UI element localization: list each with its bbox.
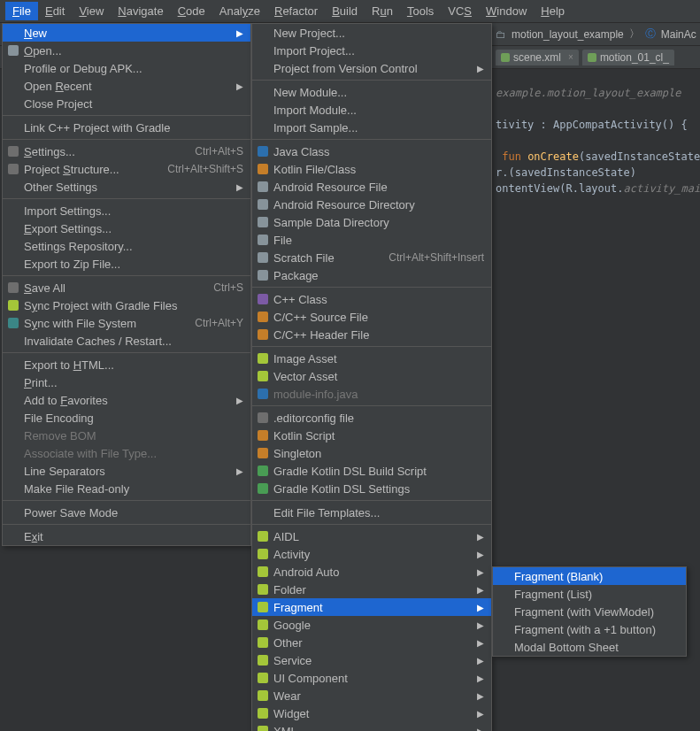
new-android-auto[interactable]: Android Auto▶ bbox=[252, 563, 491, 581]
new-file[interactable]: File bbox=[252, 231, 491, 249]
folder-icon bbox=[256, 233, 270, 247]
menu-tools[interactable]: Tools bbox=[400, 2, 441, 20]
new-google[interactable]: Google▶ bbox=[252, 616, 491, 634]
menu-vcs[interactable]: VCS bbox=[441, 2, 479, 20]
fragment-fragment-with-viewmodel[interactable]: Fragment (with ViewModel) bbox=[493, 603, 686, 620]
new-image-asset[interactable]: Image Asset bbox=[252, 350, 491, 367]
new-singleton[interactable]: Singleton bbox=[252, 444, 491, 462]
new-new-module[interactable]: New Module... bbox=[252, 83, 491, 101]
file-export-to-html[interactable]: Export to HTML... bbox=[3, 356, 250, 373]
menu-navigate[interactable]: Navigate bbox=[111, 2, 170, 20]
new-editorconfig-file[interactable]: .editorconfig file bbox=[252, 409, 491, 427]
new-package[interactable]: Package bbox=[252, 266, 491, 284]
file-close-project[interactable]: Close Project bbox=[3, 95, 250, 112]
new-new-project[interactable]: New Project... bbox=[252, 24, 491, 42]
file-print[interactable]: Print... bbox=[3, 373, 250, 391]
fragment-fragment-list[interactable]: Fragment (List) bbox=[493, 585, 686, 603]
file-sync-project-with-gradle-files[interactable]: Sync Project with Gradle Files bbox=[3, 296, 250, 314]
new-android-resource-file[interactable]: Android Resource File bbox=[252, 178, 491, 196]
new-xml[interactable]: XML▶ bbox=[252, 722, 491, 731]
android-icon bbox=[256, 635, 270, 650]
file-new[interactable]: New▶ bbox=[3, 24, 250, 42]
new-vector-asset[interactable]: Vector Asset bbox=[252, 367, 491, 385]
editor-tab[interactable]: scene.xml× bbox=[496, 50, 579, 65]
menu-item-label: Fragment (List) bbox=[514, 588, 592, 601]
android-icon bbox=[256, 618, 270, 632]
new-c-class[interactable]: C++ Class bbox=[252, 290, 491, 308]
close-icon[interactable]: × bbox=[568, 52, 573, 62]
file-sync-with-file-system[interactable]: Sync with File SystemCtrl+Alt+Y bbox=[3, 314, 250, 332]
menu-item-label: Export to HTML... bbox=[24, 358, 114, 372]
menu-help[interactable]: Help bbox=[534, 2, 572, 20]
new-c-c-source-file[interactable]: C/C++ Source File bbox=[252, 308, 491, 326]
new-activity[interactable]: Activity▶ bbox=[252, 545, 491, 563]
new-gradle-kotlin-dsl-build-script[interactable]: Gradle Kotlin DSL Build Script bbox=[252, 462, 491, 480]
new-other[interactable]: Other▶ bbox=[252, 634, 491, 651]
new-project-from-version-control[interactable]: Project from Version Control▶ bbox=[252, 59, 491, 77]
file-export-settings[interactable]: Export Settings... bbox=[3, 219, 250, 237]
new-gradle-kotlin-dsl-settings[interactable]: Gradle Kotlin DSL Settings bbox=[252, 480, 491, 497]
file-settings[interactable]: Settings...Ctrl+Alt+S bbox=[3, 142, 250, 160]
menu-item-label: Gradle Kotlin DSL Build Script bbox=[273, 465, 427, 478]
new-android-resource-directory[interactable]: Android Resource Directory bbox=[252, 196, 491, 213]
menu-build[interactable]: Build bbox=[325, 2, 365, 20]
cyan-icon bbox=[6, 316, 20, 330]
menu-code[interactable]: Code bbox=[171, 2, 212, 20]
file-file-encoding[interactable]: File Encoding bbox=[3, 409, 250, 427]
new-kotlin-file-class[interactable]: Kotlin File/Class bbox=[252, 160, 491, 178]
new-ui-component[interactable]: UI Component▶ bbox=[252, 669, 491, 687]
new-scratch-file[interactable]: Scratch FileCtrl+Alt+Shift+Insert bbox=[252, 249, 491, 266]
new-wear[interactable]: Wear▶ bbox=[252, 687, 491, 704]
menu-refactor[interactable]: Refactor bbox=[267, 2, 325, 20]
menu-file[interactable]: File bbox=[5, 2, 38, 20]
new-import-sample[interactable]: Import Sample... bbox=[252, 119, 491, 136]
file-exit[interactable]: Exit bbox=[3, 527, 250, 545]
fragment-fragment-with-a-1-button[interactable]: Fragment (with a +1 button) bbox=[493, 620, 686, 638]
new-import-project[interactable]: Import Project... bbox=[252, 42, 491, 59]
menu-view[interactable]: View bbox=[72, 2, 111, 20]
file-line-separators[interactable]: Line Separators▶ bbox=[3, 462, 250, 480]
file-import-settings[interactable]: Import Settings... bbox=[3, 202, 250, 219]
code-editor[interactable]: example.motion_layout_example tivity : A… bbox=[496, 69, 700, 196]
file-open[interactable]: Open... bbox=[3, 42, 250, 59]
new-edit-file-templates[interactable]: Edit File Templates... bbox=[252, 504, 491, 521]
file-open-recent[interactable]: Open Recent▶ bbox=[3, 77, 250, 95]
new-service[interactable]: Service▶ bbox=[252, 651, 491, 669]
new-folder[interactable]: Folder▶ bbox=[252, 581, 491, 598]
orange-icon bbox=[256, 310, 270, 324]
menu-analyze[interactable]: Analyze bbox=[212, 2, 267, 20]
orange-icon bbox=[256, 446, 270, 460]
menu-item-label: Image Asset bbox=[273, 352, 337, 366]
menu-edit[interactable]: Edit bbox=[38, 2, 72, 20]
new-java-class[interactable]: Java Class bbox=[252, 142, 491, 160]
file-link-c-project-with-gradle[interactable]: Link C++ Project with Gradle bbox=[3, 119, 250, 136]
menu-item-label: Profile or Debug APK... bbox=[24, 62, 142, 75]
submenu-arrow-icon: ▶ bbox=[236, 396, 243, 405]
fragment-modal-bottom-sheet[interactable]: Modal Bottom Sheet bbox=[493, 638, 686, 656]
editor-tab[interactable]: motion_01_cl_ bbox=[582, 50, 674, 65]
new-sample-data-directory[interactable]: Sample Data Directory bbox=[252, 213, 491, 231]
menu-run[interactable]: Run bbox=[365, 2, 400, 20]
new-aidl[interactable]: AIDL▶ bbox=[252, 527, 491, 545]
file-add-to-favorites[interactable]: Add to Favorites▶ bbox=[3, 391, 250, 409]
file-power-save-mode[interactable]: Power Save Mode bbox=[3, 504, 250, 521]
breadcrumb-folder[interactable]: motion_layout_example bbox=[512, 28, 624, 41]
file-settings-repository[interactable]: Settings Repository... bbox=[3, 237, 250, 255]
android-icon bbox=[256, 600, 270, 614]
file-project-structure[interactable]: Project Structure...Ctrl+Alt+Shift+S bbox=[3, 160, 250, 178]
new-fragment[interactable]: Fragment▶ bbox=[252, 598, 491, 616]
file-make-file-read-only[interactable]: Make File Read-only bbox=[3, 480, 250, 497]
new-kotlin-script[interactable]: Kotlin Script bbox=[252, 427, 491, 444]
file-other-settings[interactable]: Other Settings▶ bbox=[3, 178, 250, 196]
new-widget[interactable]: Widget▶ bbox=[252, 704, 491, 722]
new-import-module[interactable]: Import Module... bbox=[252, 101, 491, 119]
breadcrumb-class[interactable]: MainAc bbox=[661, 28, 696, 41]
menu-item-label: Edit File Templates... bbox=[273, 506, 380, 519]
menu-window[interactable]: Window bbox=[479, 2, 534, 20]
file-save-all[interactable]: Save AllCtrl+S bbox=[3, 279, 250, 296]
file-invalidate-caches-restart[interactable]: Invalidate Caches / Restart... bbox=[3, 332, 250, 350]
file-profile-or-debug-apk[interactable]: Profile or Debug APK... bbox=[3, 59, 250, 77]
file-export-to-zip-file[interactable]: Export to Zip File... bbox=[3, 255, 250, 273]
fragment-fragment-blank[interactable]: Fragment (Blank) bbox=[493, 567, 686, 585]
new-c-c-header-file[interactable]: C/C++ Header File bbox=[252, 326, 491, 343]
